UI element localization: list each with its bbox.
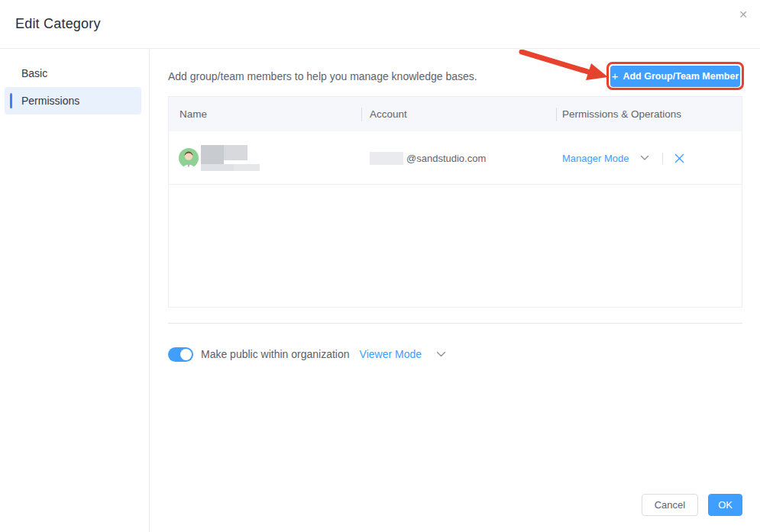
chevron-down-icon	[436, 351, 446, 358]
avatar	[179, 148, 199, 168]
table-row: @sandstudio.com Manager Mode	[169, 131, 742, 185]
add-group-team-member-button[interactable]: + Add Group/Team Member	[610, 66, 740, 87]
chevron-down-icon	[640, 155, 649, 161]
section-divider	[168, 323, 742, 324]
sidebar-item-permissions[interactable]: Permissions	[5, 87, 141, 114]
page-title: Edit Category	[15, 16, 101, 32]
account-text: @sandstudio.com	[406, 153, 486, 164]
header-divider	[556, 108, 557, 121]
member-permissions-cell: Manager Mode	[556, 131, 742, 185]
table-header: Name Account Permissions & Operations	[169, 97, 742, 131]
member-account-cell: @sandstudio.com	[361, 131, 556, 185]
column-header-permissions: Permissions & Operations	[556, 97, 742, 131]
members-table: Name Account Permissions & Operations	[168, 96, 742, 308]
permission-mode-label: Manager Mode	[562, 153, 629, 164]
dialog-footer: Cancel OK	[642, 494, 742, 516]
column-header-name: Name	[169, 97, 361, 131]
sidebar-item-basic[interactable]: Basic	[0, 60, 149, 87]
ok-button[interactable]: OK	[708, 494, 742, 516]
description-text: Add group/team members to help you manag…	[168, 70, 477, 82]
dialog-header: Edit Category ✕	[0, 0, 760, 49]
vertical-divider	[662, 153, 663, 164]
member-name-cell	[169, 131, 361, 185]
toggle-label: Make public within organization	[201, 348, 350, 360]
permission-mode-dropdown[interactable]: Manager Mode	[562, 153, 649, 164]
public-toggle-row: Make public within organization Viewer M…	[168, 347, 446, 362]
plus-icon: +	[612, 70, 619, 82]
sidebar: Basic Permissions	[0, 50, 150, 532]
sidebar-item-label: Basic	[21, 67, 47, 79]
column-header-account: Account	[361, 97, 556, 131]
redacted-account-prefix	[370, 152, 403, 165]
header-divider	[361, 108, 362, 121]
public-toggle-switch[interactable]	[168, 347, 193, 362]
active-indicator-bar	[10, 93, 12, 108]
sidebar-item-label: Permissions	[21, 95, 79, 107]
annotation-arrow	[500, 50, 623, 89]
edit-category-dialog: Edit Category ✕ Basic Permissions Add gr…	[0, 0, 760, 532]
toggle-knob	[180, 349, 192, 360]
permissions-panel: Add group/team members to help you manag…	[150, 50, 760, 532]
remove-member-icon[interactable]	[674, 153, 684, 163]
close-icon[interactable]: ✕	[739, 8, 748, 21]
redacted-member-name	[201, 145, 260, 171]
viewer-mode-dropdown[interactable]: Viewer Mode	[360, 348, 446, 360]
cancel-button[interactable]: Cancel	[642, 494, 698, 516]
viewer-mode-label: Viewer Mode	[360, 348, 422, 360]
add-button-label: Add Group/Team Member	[623, 71, 739, 82]
